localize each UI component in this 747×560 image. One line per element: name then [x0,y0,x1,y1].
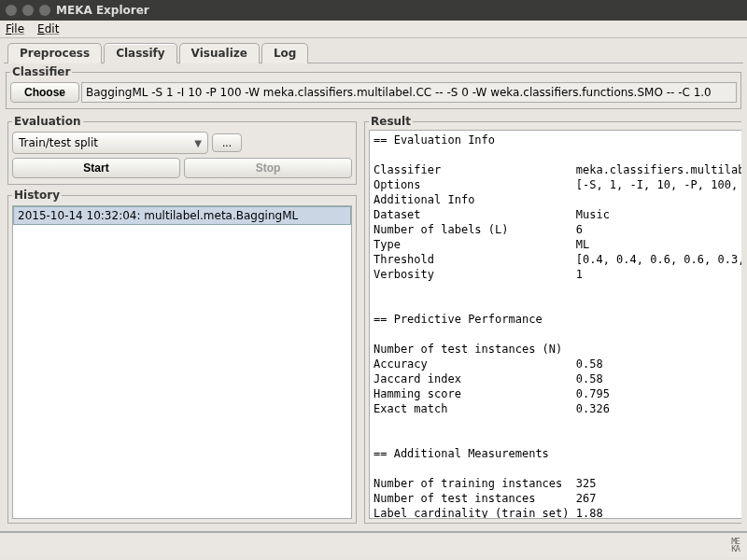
history-panel: History 2015-10-14 10:32:04: multilabel.… [7,189,357,524]
evaluation-legend: Evaluation [12,115,83,128]
tab-visualize[interactable]: Visualize [179,43,260,63]
tab-preprocess[interactable]: Preprocess [7,43,102,63]
history-list[interactable]: 2015-10-14 10:32:04: multilabel.meta.Bag… [12,205,352,519]
result-panel: Result == Evaluation Info Classifier mek… [364,115,741,524]
tabs: Preprocess Classify Visualize Log [4,42,743,63]
titlebar: MEKA Explorer [0,0,747,21]
evaluation-options-button[interactable]: ... [212,133,242,152]
chevron-down-icon: ▼ [194,138,202,148]
menubar: File Edit [0,21,747,38]
result-text[interactable]: == Evaluation Info Classifier meka.class… [369,130,741,519]
evaluation-mode-combo[interactable]: Train/test split ▼ [12,132,208,154]
tab-classify[interactable]: Classify [104,43,176,63]
menu-edit[interactable]: Edit [37,22,59,35]
window-title: MEKA Explorer [56,4,149,17]
history-legend: History [12,189,62,202]
tab-log[interactable]: Log [261,43,308,63]
classifier-string-text: BaggingML -S 1 -I 10 -P 100 -W meka.clas… [86,86,712,99]
maximize-icon[interactable] [39,5,50,16]
statusbar: ME KA [0,531,747,557]
close-icon[interactable] [6,5,17,16]
result-text-content: == Evaluation Info Classifier meka.class… [374,133,741,519]
minimize-icon[interactable] [22,5,34,16]
stop-button: Stop [184,158,352,178]
evaluation-mode-label: Train/test split [19,136,98,149]
classifier-legend: Classifier [10,65,72,78]
start-button[interactable]: Start [12,158,180,178]
choose-button[interactable]: Choose [10,82,79,103]
meka-logo: ME KA [731,538,740,553]
history-item[interactable]: 2015-10-14 10:32:04: multilabel.meta.Bag… [13,206,351,225]
evaluation-panel: Evaluation Train/test split ▼ ... Start … [7,115,357,185]
result-legend: Result [369,115,413,128]
classifier-panel: Classifier Choose BaggingML -S 1 -I 10 -… [6,65,741,109]
menu-file[interactable]: File [6,22,24,35]
classifier-string[interactable]: BaggingML -S 1 -I 10 -P 100 -W meka.clas… [81,82,737,103]
